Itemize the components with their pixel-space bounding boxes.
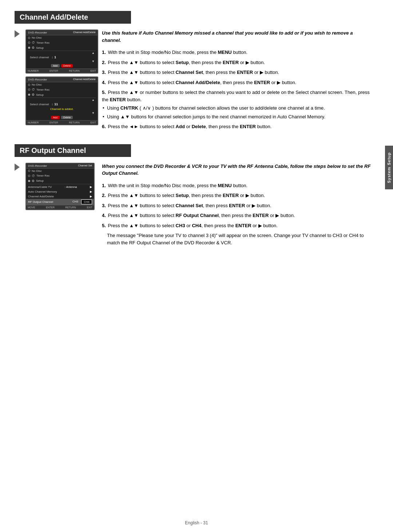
section2-screen-row1: No Disc — [26, 169, 94, 173]
screen1-btn-row: Add Delete — [26, 63, 98, 68]
section2: RF Output Channel DVD-Recorder Channel S… — [15, 144, 371, 249]
screen1-header-left: DVD-Recorder — [28, 31, 47, 34]
section2-screen-header-right: Channel Set — [78, 164, 92, 168]
screen2-mockup: DVD-Recorder Channel Add/Delete No Disc … — [25, 76, 98, 125]
section2-step2: 2. Press the ▲▼ buttons to select Setup,… — [102, 192, 371, 199]
screen2-btn-row: Add Delete — [26, 115, 98, 120]
section2-title: RF Output Channel — [15, 144, 131, 157]
section2-intro: When you connect the DVD Recorder & VCR … — [102, 163, 371, 177]
screen1-divider — [28, 51, 96, 51]
section2-screen-mockup: DVD-Recorder Channel Set No Disc ⏱ Timer… — [25, 163, 95, 210]
page-number: English - 31 — [185, 520, 208, 525]
section1-bullet2: Using ▲▼ buttons for channel selection j… — [107, 113, 371, 121]
section1-step5: 5. Press the ▲▼ or number buttons to sel… — [102, 89, 371, 120]
screen1-footer: NUMBER ENTER RETURN EXIT — [26, 68, 98, 73]
screen2-dot3 — [28, 94, 30, 96]
screen2-row3: ⚙ Setup — [26, 92, 98, 97]
section1-step4: 4. Press the ▲▼ buttons to select Channe… — [102, 79, 371, 86]
section2-dot3 — [28, 180, 30, 182]
screen2-delete-btn: Delete — [61, 116, 73, 119]
section2-menu4: RF Output Channel CH3 CH4 — [26, 199, 94, 205]
screen1-row1: No Disc — [26, 35, 98, 40]
screen2-header-right: Channel Add/Delete — [73, 78, 96, 81]
section1-step6: 6. Press the ◄► buttons to select Add or… — [102, 123, 371, 130]
section2-menu1: Antenna/Cable TV : Antenna ▶ — [26, 185, 94, 189]
screen1-add-btn: Add — [51, 64, 60, 67]
screen1-header: DVD-Recorder Channel Add/Delete — [26, 30, 98, 35]
screen1-row3: ⚙ Setup — [26, 45, 98, 50]
section2-dot2 — [28, 175, 30, 177]
screen2-dot1 — [28, 84, 30, 86]
section2-menu1-arrow: ▶ — [90, 185, 92, 189]
section2-menu3: Channel Add/Delete ▶ — [26, 194, 94, 199]
section2-ch3: CH3 — [70, 200, 80, 204]
section1-right-panel: Use this feature if Auto Channel Memory … — [102, 29, 371, 133]
screen1-header-right: Channel Add/Delete — [73, 31, 96, 34]
section1-step1: 1. With the unit in Stop mode/No Disc mo… — [102, 49, 371, 56]
screen1-select-row: Select channel : 1 — [26, 55, 98, 60]
section2-arrow — [15, 163, 20, 171]
section2-menu2-arrow: ▶ — [90, 190, 92, 193]
section1-title: Channel Add/Delete — [15, 11, 131, 24]
screen1-dot1 — [28, 37, 30, 39]
section2-screen-row2: ⏱ Timer Rec — [26, 173, 94, 178]
section2-step4: 4. Press the ▲▼ buttons to select RF Out… — [102, 212, 371, 219]
screen2-dot2 — [28, 88, 30, 91]
section2-screen-header-left: DVD-Recorder — [28, 164, 47, 168]
screen1-mockup: DVD-Recorder Channel Add/Delete No Disc … — [25, 29, 98, 74]
section2-divider — [28, 184, 92, 184]
section2-left-panel: DVD-Recorder Channel Set No Disc ⏱ Timer… — [15, 163, 95, 249]
section1-steps: 1. With the unit in Stop mode/No Disc mo… — [102, 49, 371, 130]
section1: Channel Add/Delete DVD-Recorder Channel … — [15, 11, 371, 133]
section2-menu2: Auto Channel Memory ▶ — [26, 189, 94, 194]
section2-footer: MOVE ENTER RETURN EXIT — [26, 205, 94, 209]
screen2-header: DVD-Recorder Channel Add/Delete — [26, 77, 98, 82]
section1-intro: Use this feature if Auto Channel Memory … — [102, 29, 371, 44]
section2-ch4: CH4 — [81, 200, 92, 204]
screen2-add-btn: Add — [51, 116, 60, 119]
section2-step1: 1. With the unit in Stop mode/No Disc mo… — [102, 182, 371, 189]
screen1-dot3 — [28, 47, 30, 49]
screen2-row1: No Disc — [26, 82, 98, 87]
screen2-header-left: DVD-Recorder — [28, 78, 47, 81]
screen2-select-row: Select channel : 11 — [26, 102, 98, 107]
screen1-row2: ⏱ Timer Rec — [26, 40, 98, 45]
section1-bullet1: Using CH/TRK ( ∧/∨ ) buttons for channel… — [107, 105, 371, 112]
screen2-divider — [28, 98, 96, 98]
screen2-footer: NUMBER ENTER RETURN EXIT — [26, 120, 98, 125]
section2-dot1 — [28, 170, 30, 172]
section2-note: The message "Please tune your TV to chan… — [107, 232, 371, 246]
screen1-delete-btn: Delete — [61, 64, 73, 67]
section2-step3: 3. Press the ▲▼ buttons to select Channe… — [102, 202, 371, 209]
section2-right-panel: When you connect the DVD Recorder & VCR … — [102, 163, 371, 249]
section2-step5: 5. Press the ▲▼ buttons to select CH3 or… — [102, 222, 371, 247]
screen2-channel-added: Channel is added. — [26, 107, 98, 111]
section1-step2: 2. Press the ▲▼ buttons to select Setup,… — [102, 59, 371, 66]
section2-menu3-arrow: ▶ — [90, 195, 92, 198]
section1-step3: 3. Press the ▲▼ buttons to select Channe… — [102, 69, 371, 76]
section1-left-panel: DVD-Recorder Channel Add/Delete No Disc … — [15, 29, 95, 133]
section2-screen-header: DVD-Recorder Channel Set — [26, 163, 94, 169]
section2-steps: 1. With the unit in Stop mode/No Disc mo… — [102, 182, 371, 247]
section1-arrow — [15, 30, 20, 38]
screen2-row2: ⏱ Timer Rec — [26, 87, 98, 92]
section1-bullets: Using CH/TRK ( ∧/∨ ) buttons for channel… — [102, 105, 371, 120]
screen1-dot2 — [28, 42, 30, 44]
section2-screen-row3: ⚙ Setup — [26, 178, 94, 184]
